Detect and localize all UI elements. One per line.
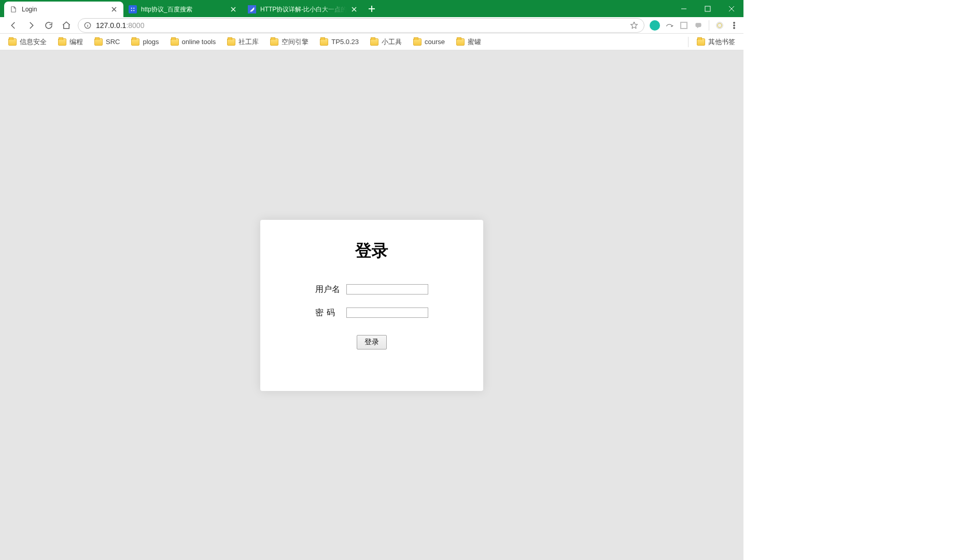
- tab-title: http协议_百度搜索: [141, 5, 226, 14]
- bookmark-folder[interactable]: 社工库: [226, 36, 260, 48]
- password-row: 密码: [315, 307, 428, 318]
- bookmark-folder[interactable]: online tools: [170, 36, 217, 47]
- folder-icon: [413, 38, 422, 46]
- svg-point-8: [734, 22, 735, 23]
- url-host: 127.0.0.1: [96, 21, 126, 30]
- tab-close-button[interactable]: [229, 5, 237, 13]
- extension-icon[interactable]: [650, 20, 660, 31]
- bookmark-folder[interactable]: 信息安全: [7, 36, 48, 48]
- bookmark-label: 空间引擎: [282, 37, 308, 47]
- bookmark-star-icon[interactable]: [629, 21, 639, 30]
- folder-icon: [320, 38, 328, 46]
- site-info-icon[interactable]: [83, 21, 92, 30]
- svg-point-1: [133, 8, 134, 9]
- folder-icon: [370, 38, 378, 46]
- bookmark-folder[interactable]: plogs: [130, 36, 160, 47]
- tab-title: Login: [22, 6, 107, 13]
- folder-icon: [8, 38, 17, 46]
- tab-close-button[interactable]: [110, 5, 118, 13]
- window-controls: [672, 0, 743, 17]
- bookmark-label: SRC: [106, 38, 120, 46]
- browser-toolbar: 127.0.0.1:8000: [0, 17, 743, 34]
- bookmark-label: 其他书签: [708, 37, 735, 47]
- bookmark-label: 社工库: [238, 37, 259, 47]
- bookmark-label: plogs: [143, 38, 159, 46]
- tab-cnblogs[interactable]: HTTP协议详解-比小白大一点的: [243, 2, 363, 17]
- tab-strip: Login http协议_百度搜索: [0, 2, 380, 17]
- bookmark-folder[interactable]: course: [412, 36, 446, 47]
- bookmark-label: 蜜罐: [468, 37, 481, 47]
- new-tab-button[interactable]: [363, 2, 380, 16]
- browser-titlebar: Login http协议_百度搜索: [0, 0, 743, 17]
- login-heading: 登录: [355, 240, 388, 262]
- svg-point-3: [133, 10, 134, 11]
- tab-title: HTTP协议详解-比小白大一点的: [260, 5, 347, 14]
- address-bar[interactable]: 127.0.0.1:8000: [78, 18, 644, 33]
- bookmark-folder[interactable]: 编程: [57, 36, 84, 48]
- bookmark-label: 编程: [69, 37, 83, 47]
- back-button[interactable]: [7, 19, 20, 32]
- bookmark-folder[interactable]: 小工具: [369, 36, 403, 48]
- bookmarks-bar: 信息安全 编程 SRC plogs online tools 社工库 空间引擎 …: [0, 34, 743, 50]
- tab-login[interactable]: Login: [4, 2, 123, 17]
- svg-point-0: [131, 8, 132, 9]
- folder-icon: [270, 38, 278, 46]
- url-port: :8000: [126, 21, 144, 30]
- extension-icon[interactable]: [664, 20, 675, 31]
- folder-icon: [456, 38, 465, 46]
- cnblogs-favicon: [248, 5, 256, 13]
- folder-icon: [94, 38, 103, 46]
- tab-close-button[interactable]: [350, 5, 358, 13]
- folder-icon: [58, 38, 66, 46]
- username-label: 用户名: [315, 284, 342, 295]
- svg-point-10: [734, 27, 735, 29]
- baidu-favicon: [129, 5, 137, 13]
- minimize-button[interactable]: [672, 0, 696, 17]
- extension-icon[interactable]: [679, 20, 689, 31]
- forward-button[interactable]: [25, 19, 37, 32]
- bookmark-label: course: [425, 38, 445, 46]
- svg-point-9: [734, 24, 735, 26]
- login-card: 登录 用户名 密码 登录: [260, 220, 483, 391]
- bookmark-label: online tools: [182, 38, 216, 46]
- separator: [688, 37, 689, 47]
- nav-buttons: [4, 19, 73, 32]
- reload-button[interactable]: [43, 19, 55, 32]
- svg-point-2: [131, 10, 132, 11]
- bookmark-folder[interactable]: 蜜罐: [455, 36, 482, 48]
- tab-baidu[interactable]: http协议_百度搜索: [123, 2, 243, 17]
- extension-icons: [650, 20, 739, 31]
- close-window-button[interactable]: [720, 0, 743, 17]
- username-row: 用户名: [315, 284, 428, 295]
- bookmark-label: 小工具: [382, 37, 402, 47]
- username-input[interactable]: [346, 284, 428, 295]
- chrome-menu-button[interactable]: [729, 20, 739, 31]
- bookmark-folder[interactable]: SRC: [93, 36, 121, 47]
- svg-rect-4: [705, 6, 710, 11]
- bookmark-folder[interactable]: 空间引擎: [269, 36, 310, 48]
- other-bookmarks[interactable]: 其他书签: [696, 36, 736, 48]
- right-gutter: [743, 0, 955, 560]
- file-icon: [9, 5, 18, 13]
- page-viewport: 登录 用户名 密码 登录: [0, 50, 743, 560]
- folder-icon: [131, 38, 139, 46]
- bookmark-folder[interactable]: TP5.0.23: [319, 36, 360, 47]
- folder-icon: [171, 38, 179, 46]
- login-button[interactable]: 登录: [357, 335, 387, 349]
- home-button[interactable]: [60, 19, 73, 32]
- password-input[interactable]: [346, 307, 428, 318]
- extension-icon[interactable]: [693, 20, 704, 31]
- password-label: 密码: [315, 307, 342, 318]
- folder-icon: [227, 38, 235, 46]
- profile-avatar-icon[interactable]: [714, 20, 725, 31]
- bookmark-label: 信息安全: [20, 37, 47, 47]
- maximize-button[interactable]: [696, 0, 720, 17]
- separator: [709, 20, 709, 31]
- folder-icon: [697, 38, 705, 46]
- bookmark-label: TP5.0.23: [331, 38, 359, 46]
